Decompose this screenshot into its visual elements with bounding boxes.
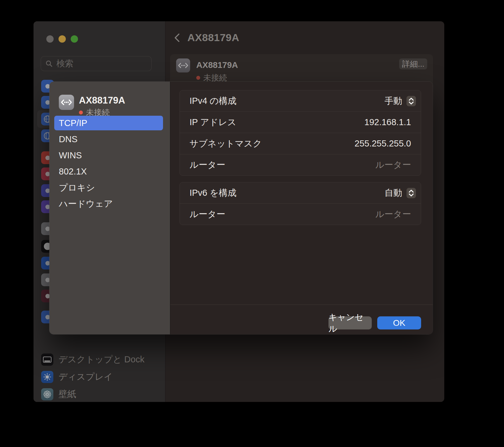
dialog-sidebar: AX88179A 未接続 TCP/IP DNS WINS 802.1X プロキシ…: [49, 82, 170, 334]
ipv4-config-value[interactable]: 手動: [385, 95, 402, 107]
dialog-content: IPv4 の構成 手動 IP アドレス 192.168.1.1 サブネットマスク: [170, 82, 433, 334]
ipv6-config-stepper stepper-icon[interactable]: [406, 188, 416, 198]
row-label: サブネットマスク: [190, 138, 355, 150]
subnet-mask-field[interactable]: 255.255.255.0: [355, 139, 411, 149]
dialog-tab-8021x[interactable]: 802.1X: [54, 164, 163, 179]
screen: 検索 デスクトップと Dock: [0, 0, 504, 447]
network-settings-dialog: AX88179A 未接続 TCP/IP DNS WINS 802.1X プロキシ…: [49, 82, 433, 334]
ip-address-field[interactable]: 192.168.1.1: [364, 117, 411, 127]
dialog-tab-proxies[interactable]: プロキシ: [54, 180, 163, 195]
status-dot: [79, 111, 83, 114]
settings-row-ip-address: IP アドレス 192.168.1.1: [180, 111, 421, 133]
ipv6-config-value[interactable]: 自動: [385, 187, 402, 199]
settings-row-ipv6-config: IPv6 を構成 自動: [180, 182, 421, 203]
ipv4-router-field[interactable]: ルーター: [375, 159, 411, 171]
ipv6-settings-group: IPv6 を構成 自動 ルーター ルーター: [179, 182, 421, 225]
ipv4-config-stepper stepper-icon[interactable]: [406, 96, 416, 106]
dialog-tab-hardware[interactable]: ハードウェア: [54, 196, 163, 211]
dialog-nav: TCP/IP DNS WINS 802.1X プロキシ ハードウェア: [54, 116, 163, 213]
settings-row-ipv4-router: ルーター ルーター: [180, 154, 421, 175]
cancel-button[interactable]: キャンセル: [328, 316, 372, 329]
dialog-tab-dns[interactable]: DNS: [54, 132, 163, 146]
row-label: IPv6 を構成: [190, 187, 385, 199]
row-label: IPv4 の構成: [190, 95, 385, 107]
row-label: ルーター: [190, 208, 375, 220]
row-label: ルーター: [190, 159, 375, 171]
settings-row-ipv4-config: IPv4 の構成 手動: [180, 90, 421, 111]
footer-divider: [170, 304, 433, 305]
ipv4-settings-group: IPv4 の構成 手動 IP アドレス 192.168.1.1 サブネットマスク: [179, 90, 421, 176]
network-adapter-icon: [59, 95, 74, 110]
row-label: IP アドレス: [190, 116, 364, 128]
dialog-buttons: キャンセル OK: [328, 316, 421, 329]
adapter-name: AX88179A: [79, 95, 125, 106]
ok-button[interactable]: OK: [377, 316, 421, 329]
ipv6-router-field[interactable]: ルーター: [375, 208, 411, 220]
dialog-tab-tcpip[interactable]: TCP/IP: [54, 116, 163, 130]
settings-row-ipv6-router: ルーター ルーター: [180, 203, 421, 225]
dialog-tab-wins[interactable]: WINS: [54, 148, 163, 163]
settings-row-subnet-mask: サブネットマスク 255.255.255.0: [180, 133, 421, 154]
